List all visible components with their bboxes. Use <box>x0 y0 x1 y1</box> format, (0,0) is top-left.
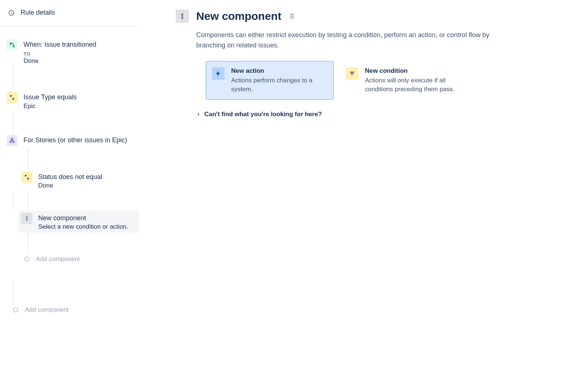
new-action-card[interactable]: New action Actions perform changes to a … <box>206 61 334 100</box>
card-title: New condition <box>365 67 461 75</box>
new-component-sub: Select a new condition or action. <box>38 223 136 231</box>
branch-title: For Stories (or other issues in Epic) <box>24 136 136 144</box>
svg-point-8 <box>26 217 28 218</box>
condition-icon <box>21 172 32 183</box>
chevron-right-icon <box>196 112 201 117</box>
svg-point-4 <box>13 46 14 47</box>
add-component-branch[interactable]: Add component <box>18 254 139 264</box>
page-title: New component <box>196 10 282 22</box>
trash-icon[interactable] <box>289 13 295 19</box>
filter-icon <box>346 67 358 80</box>
svg-point-13 <box>182 17 183 19</box>
svg-rect-5 <box>11 138 13 139</box>
component-icon <box>176 10 189 23</box>
svg-point-11 <box>182 14 183 15</box>
main-panel: New component Components can either rest… <box>139 0 588 368</box>
cant-find-toggle[interactable]: Can't find what you're looking for here? <box>196 111 581 118</box>
card-desc: Actions will only execute if all conditi… <box>365 76 461 94</box>
component-icon <box>21 213 32 224</box>
trigger-icon <box>7 39 18 50</box>
rule-branch-node[interactable]: For Stories (or other issues in Epic) <box>4 133 139 148</box>
add-component-label: Add component <box>36 256 80 263</box>
add-component-outer[interactable]: Add component <box>7 305 139 315</box>
branch-condition-sub: Done <box>38 182 136 189</box>
svg-rect-6 <box>10 141 11 142</box>
branch-icon <box>7 135 18 146</box>
add-circle-icon <box>13 307 18 312</box>
new-component-title: New component <box>38 214 136 222</box>
condition-title: Issue Type equals <box>24 93 136 101</box>
info-icon <box>8 10 15 16</box>
page-description: Components can either restrict execution… <box>196 30 498 51</box>
svg-point-10 <box>26 219 28 221</box>
svg-point-3 <box>10 43 11 44</box>
rule-details-link[interactable]: Rule details <box>0 9 139 27</box>
card-desc: Actions perform changes to a system. <box>231 76 327 94</box>
svg-point-2 <box>11 11 12 12</box>
add-component-label: Add component <box>25 306 69 314</box>
rule-condition-node[interactable]: Issue Type equals Epic <box>4 90 139 112</box>
trigger-title: When: Issue transitioned <box>24 40 136 49</box>
condition-icon <box>7 92 18 103</box>
new-component-node[interactable]: New component Select a new condition or … <box>18 211 139 233</box>
new-condition-card[interactable]: New condition Actions will only execute … <box>340 61 467 100</box>
condition-sub-value: Epic <box>24 103 136 110</box>
branch-condition-node[interactable]: Status does not equal Done <box>18 169 139 192</box>
add-circle-icon <box>24 257 29 262</box>
bolt-icon <box>212 67 225 80</box>
branch-condition-title: Status does not equal <box>38 172 136 181</box>
rule-sidebar: Rule details When: Issue transitioned TO… <box>0 0 139 368</box>
svg-rect-7 <box>13 141 14 142</box>
trigger-sub-value: Done <box>24 57 136 65</box>
trigger-sub-label: TO <box>24 51 136 57</box>
cant-find-label: Can't find what you're looking for here? <box>204 111 322 118</box>
rule-details-label: Rule details <box>21 9 55 17</box>
card-title: New action <box>231 67 327 75</box>
rule-trigger-node[interactable]: When: Issue transitioned TO Done <box>4 37 139 67</box>
